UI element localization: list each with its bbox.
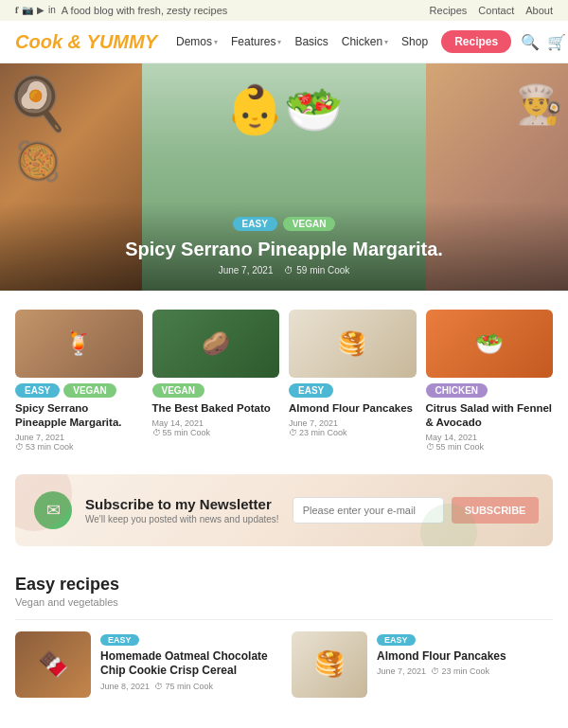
date-3: June 7, 2021 (289, 418, 417, 428)
cook-time-3: ⏱ 23 min Cook (289, 428, 417, 437)
header-icons: 🔍 🛒 (521, 33, 566, 51)
linkedin-icon[interactable]: in (48, 5, 56, 16)
easy-recipe-thumb-1: 🍫 (15, 631, 91, 698)
er-date-1: June 8, 2021 (100, 682, 150, 691)
recipe-card-tags-4: CHICKEN (426, 383, 554, 398)
easy-recipes-title: Easy recipes (15, 575, 553, 595)
hero-date: June 7, 2021 (219, 265, 274, 275)
recipe-card-tags-2: VEGAN (152, 383, 280, 398)
tag-vegan: VEGAN (63, 383, 116, 398)
easy-recipe-title-1: Homemade Oatmeal Chocolate Chip Cookie C… (100, 649, 276, 679)
nav-basics[interactable]: Basics (294, 35, 328, 48)
recipe-card-title-3: Almond Flour Pancakes (289, 401, 417, 416)
hero-slide: 🍳 🥘 👶🥗 👨‍🍳 EASY VEGAN Spicy Serrano Pine… (0, 63, 568, 291)
easy-recipe-thumb-2: 🥞 (292, 631, 367, 698)
tag-chicken: CHICKEN (426, 383, 488, 398)
hero-section: 🍳 🥘 👶🥗 👨‍🍳 EASY VEGAN Spicy Serrano Pine… (0, 63, 568, 291)
newsletter-text: Subscribe to my Newsletter We'll keep yo… (85, 496, 279, 524)
recipe-card-1[interactable]: 🍹 EASY VEGAN Spicy Serrano Pineapple Mar… (15, 310, 143, 452)
recipe-card-thumb-4: 🥗 (426, 310, 554, 378)
top-nav-recipes[interactable]: Recipes (430, 5, 468, 16)
newsletter-subscribe-button[interactable]: SUBSCRIBE (452, 497, 540, 524)
youtube-icon[interactable]: ▶ (37, 5, 44, 16)
nav-shop[interactable]: Shop (401, 35, 428, 48)
tag-easy: EASY (15, 383, 60, 398)
recipe-card-meta-2: May 14, 2021 ⏱ 55 min Cook (152, 418, 280, 437)
recipe-card-4[interactable]: 🥗 CHICKEN Citrus Salad with Fennel & Avo… (426, 310, 554, 452)
search-icon[interactable]: 🔍 (521, 33, 540, 51)
tag-easy: EASY (233, 217, 277, 231)
logo-yummy: YUMMY (87, 31, 157, 52)
recipe-card-title-4: Citrus Salad with Fennel & Avocado (426, 401, 554, 430)
recipe-card-image-1: 🍹 (15, 310, 143, 378)
date-2: May 14, 2021 (152, 418, 280, 428)
hero-title: Spicy Serrano Pineapple Margarita. (15, 237, 553, 261)
newsletter-icon: ✉ (34, 491, 72, 529)
easy-recipe-img-2: 🥞 (292, 631, 367, 698)
recipe-card-image-3: 🥞 (289, 310, 417, 378)
hero-overlay: EASY VEGAN Spicy Serrano Pineapple Marga… (0, 202, 568, 291)
easy-recipe-meta-1: June 8, 2021 ⏱ 75 min Cook (100, 682, 276, 691)
easy-recipe-meta-2: June 7, 2021 ⏱ 23 min Cook (377, 666, 553, 676)
chevron-down-icon: ▾ (384, 38, 388, 46)
recipe-card-tags-1: EASY VEGAN (15, 383, 143, 398)
cook-time-1: ⏱ 53 min Cook (15, 442, 143, 452)
chevron-down-icon: ▾ (214, 38, 218, 46)
recipe-cards-section: 🍹 EASY VEGAN Spicy Serrano Pineapple Mar… (0, 291, 568, 461)
recipe-card-thumb-1: 🍹 (15, 310, 143, 378)
newsletter-title: Subscribe to my Newsletter (85, 496, 279, 512)
cook-time-4: ⏱ 55 min Cook (426, 442, 554, 452)
hero-center-image: 👶🥗 (225, 82, 343, 137)
easy-recipe-item-2[interactable]: 🥞 EASY Almond Flour Pancakes June 7, 202… (292, 631, 553, 698)
recipe-card-image-2: 🥔 (152, 310, 280, 378)
newsletter-email-input[interactable] (293, 497, 444, 524)
er-date-2: June 7, 2021 (377, 666, 426, 676)
facebook-icon[interactable]: 𝐟 (15, 5, 18, 16)
recipe-card-meta-1: June 7, 2021 ⏱ 53 min Cook (15, 433, 143, 452)
top-nav-about[interactable]: About (525, 5, 553, 16)
easy-recipe-img-1: 🍫 (15, 631, 91, 698)
recipe-card-thumb-3: 🥞 (289, 310, 417, 378)
logo-cook: Cook & (15, 31, 81, 52)
recipe-card-title-2: The Best Baked Potato (152, 401, 280, 416)
tag-vegan: VEGAN (283, 217, 336, 231)
hero-meta: June 7, 2021 ⏱ 59 min Cook (15, 265, 553, 275)
easy-recipe-item-1[interactable]: 🍫 EASY Homemade Oatmeal Chocolate Chip C… (15, 631, 276, 698)
top-nav-contact[interactable]: Contact (478, 5, 514, 16)
tag-vegan: VEGAN (152, 383, 205, 398)
logo[interactable]: Cook & YUMMY (15, 31, 157, 53)
cart-icon[interactable]: 🛒 (547, 33, 566, 51)
tag-easy: EASY (377, 634, 416, 646)
instagram-icon[interactable]: 📷 (22, 5, 33, 16)
date-1: June 7, 2021 (15, 433, 143, 442)
nav-recipes-button[interactable]: Recipes (441, 30, 511, 53)
newsletter-form: SUBSCRIBE (293, 497, 540, 524)
recipe-card-meta-4: May 14, 2021 ⏱ 55 min Cook (426, 433, 554, 452)
top-bar-tagline: A food blog with fresh, zesty recipes (62, 5, 227, 16)
easy-recipes-section: Easy recipes Vegan and vegetables 🍫 EASY… (0, 559, 568, 707)
top-bar-right: Recipes Contact About (430, 5, 553, 16)
easy-recipe-items-row: 🍫 EASY Homemade Oatmeal Chocolate Chip C… (15, 631, 553, 698)
header: Cook & YUMMY Demos ▾ Features ▾ Basics C… (0, 21, 568, 63)
newsletter-subtitle: We'll keep you posted with news and upda… (85, 514, 279, 524)
nav-chicken[interactable]: Chicken ▾ (342, 35, 388, 48)
er-cook-time-1: 75 min Cook (166, 682, 214, 691)
section-divider (15, 619, 553, 620)
recipe-card-meta-3: June 7, 2021 ⏱ 23 min Cook (289, 418, 417, 437)
recipe-card-3[interactable]: 🥞 EASY Almond Flour Pancakes June 7, 202… (289, 310, 417, 452)
nav-features[interactable]: Features ▾ (231, 35, 281, 48)
social-icons: 𝐟 📷 ▶ in (15, 5, 56, 16)
tag-easy: EASY (289, 383, 333, 398)
easy-recipe-info-1: EASY Homemade Oatmeal Chocolate Chip Coo… (100, 631, 276, 691)
top-bar: 𝐟 📷 ▶ in A food blog with fresh, zesty r… (0, 0, 568, 21)
recipe-card-2[interactable]: 🥔 VEGAN The Best Baked Potato May 14, 20… (152, 310, 280, 452)
recipe-card-image-4: 🥗 (426, 310, 554, 378)
nav-demos[interactable]: Demos ▾ (176, 35, 218, 48)
recipe-card-tags-3: EASY (289, 383, 417, 398)
recipe-card-title-1: Spicy Serrano Pineapple Margarita. (15, 401, 143, 430)
cook-time-2: ⏱ 55 min Cook (152, 428, 280, 437)
easy-recipes-subtitle: Vegan and vegetables (15, 596, 553, 608)
main-nav: Demos ▾ Features ▾ Basics Chicken ▾ Shop… (176, 30, 511, 53)
er-cook-time-2: 23 min Cook (442, 666, 490, 676)
easy-recipe-title-2: Almond Flour Pancakes (377, 649, 553, 665)
